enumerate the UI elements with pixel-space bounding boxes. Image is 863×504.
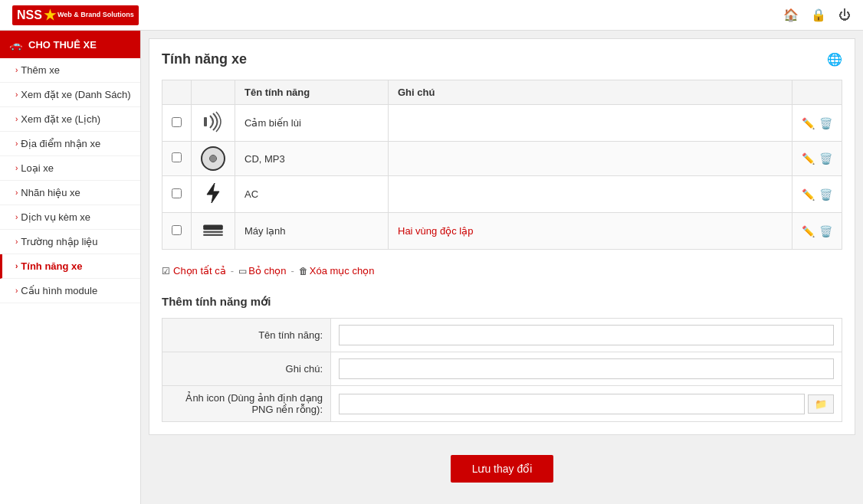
arrow-icon-0: › bbox=[15, 66, 18, 74]
page-title: Tính năng xe bbox=[162, 51, 247, 67]
row2-icon-cell bbox=[192, 142, 235, 176]
sidebar-label-9: Cấu hình module bbox=[21, 285, 97, 296]
row4-note: Hai vùng độc lập bbox=[389, 213, 792, 250]
row3-edit-icon[interactable]: ✏️ bbox=[802, 188, 815, 201]
form-icon-cell: 📁 bbox=[331, 386, 842, 422]
row2-name: CD, MP3 bbox=[235, 142, 389, 176]
row2-edit-icon[interactable]: ✏️ bbox=[802, 152, 815, 165]
checkbox-all-icon: ☑ bbox=[162, 266, 170, 277]
row3-name: AC bbox=[235, 176, 389, 213]
sidebar-item-them-xe[interactable]: › Thêm xe bbox=[0, 58, 140, 83]
logo-box: NSS ★ Web & Brand Solutions bbox=[12, 5, 139, 25]
power-icon[interactable]: ⏻ bbox=[838, 8, 851, 22]
ac-icon bbox=[201, 218, 225, 242]
row4-delete-icon[interactable]: 🗑️ bbox=[819, 225, 832, 237]
row4-edit-icon[interactable]: ✏️ bbox=[802, 225, 815, 237]
sidebar-item-loai-xe[interactable]: › Loại xe bbox=[0, 156, 140, 181]
sidebar-item-dia-diem[interactable]: › Địa điểm nhận xe bbox=[0, 132, 140, 156]
cd-icon bbox=[201, 146, 225, 171]
row1-actions: ✏️ 🗑️ bbox=[792, 105, 842, 142]
sidebar-item-nhan-hieu[interactable]: › Nhãn hiệu xe bbox=[0, 181, 140, 205]
page-title-row: Tính năng xe 🌐 bbox=[162, 51, 842, 67]
row1-edit-icon[interactable]: ✏️ bbox=[802, 117, 815, 129]
row2-delete-icon[interactable]: 🗑️ bbox=[819, 152, 832, 165]
col-checkbox bbox=[162, 80, 192, 105]
row1-checkbox[interactable] bbox=[172, 117, 182, 127]
feature-icon-input[interactable] bbox=[339, 394, 805, 414]
row3-checkbox[interactable] bbox=[172, 188, 182, 198]
delete-selected-icon: 🗑 bbox=[299, 266, 308, 277]
sidebar-item-dich-vu[interactable]: › Dịch vụ kèm xe bbox=[0, 205, 140, 230]
delete-selected-link[interactable]: Xóa mục chọn bbox=[310, 265, 375, 277]
deselect-link[interactable]: Bỏ chọn bbox=[248, 265, 286, 277]
content-area: Tính năng xe 🌐 Tên tính năng Ghi chú bbox=[149, 38, 855, 435]
form-icon-label: Ảnh icon (Dùng ảnh định dạng PNG nền rỗn… bbox=[162, 386, 331, 422]
table-row: Máy lạnh Hai vùng độc lập ✏️ 🗑️ bbox=[162, 213, 842, 250]
feature-note-input[interactable] bbox=[339, 358, 834, 379]
sidebar-item-xem-dat-xe-ds[interactable]: › Xem đặt xe (Danh Sách) bbox=[0, 83, 140, 107]
save-button[interactable]: Lưu thay đổi bbox=[451, 455, 554, 483]
save-area: Lưu thay đổi bbox=[141, 443, 863, 495]
logo-star: ★ bbox=[44, 7, 56, 24]
sidebar: 🚗 CHO THUÊ XE › Thêm xe › Xem đặt xe (Da… bbox=[0, 31, 141, 504]
arrow-icon-1: › bbox=[15, 90, 18, 99]
row1-name: Cảm biến lùi bbox=[235, 105, 389, 142]
svg-marker-1 bbox=[207, 183, 219, 203]
lock-icon[interactable]: 🔒 bbox=[811, 8, 826, 22]
arrow-icon-3: › bbox=[15, 139, 18, 148]
row1-checkbox-cell bbox=[162, 105, 192, 142]
table-row: CD, MP3 ✏️ 🗑️ bbox=[162, 142, 842, 176]
sidebar-item-xem-dat-xe-lich[interactable]: › Xem đặt xe (Lịch) bbox=[0, 107, 140, 132]
globe-icon[interactable]: 🌐 bbox=[827, 52, 842, 67]
row1-icon-cell bbox=[192, 105, 235, 142]
add-section-title: Thêm tính năng mới bbox=[162, 295, 842, 309]
col-name-header: Tên tính năng bbox=[235, 80, 389, 105]
arrow-icon-2: › bbox=[15, 115, 18, 123]
form-note-cell bbox=[331, 352, 842, 386]
row2-actions: ✏️ 🗑️ bbox=[792, 142, 842, 176]
row4-checkbox[interactable] bbox=[172, 225, 182, 235]
logo: NSS ★ Web & Brand Solutions bbox=[12, 5, 139, 25]
row2-checkbox[interactable] bbox=[172, 152, 182, 162]
top-header: NSS ★ Web & Brand Solutions 🏠 🔒 ⏻ bbox=[0, 0, 863, 31]
row1-note bbox=[389, 105, 792, 142]
sidebar-label-1: Xem đặt xe (Danh Sách) bbox=[21, 89, 130, 100]
sidebar-item-truong-nhap[interactable]: › Trường nhập liệu bbox=[0, 230, 140, 254]
row4-actions: ✏️ 🗑️ bbox=[792, 213, 842, 250]
row2-note bbox=[389, 142, 792, 176]
top-icons: 🏠 🔒 ⏻ bbox=[783, 8, 851, 22]
row3-delete-icon[interactable]: 🗑️ bbox=[819, 188, 832, 201]
arrow-icon-4: › bbox=[15, 164, 18, 172]
sidebar-item-tinh-nang[interactable]: › Tính năng xe bbox=[0, 254, 140, 279]
sidebar-label-2: Xem đặt xe (Lịch) bbox=[21, 113, 100, 125]
arrow-icon-5: › bbox=[15, 188, 18, 197]
layout: 🚗 CHO THUÊ XE › Thêm xe › Xem đặt xe (Da… bbox=[0, 31, 863, 504]
arrow-icon-7: › bbox=[15, 237, 18, 246]
svg-rect-3 bbox=[203, 231, 223, 233]
row1-delete-icon[interactable]: 🗑️ bbox=[819, 117, 832, 129]
row4-icon-cell bbox=[192, 213, 235, 250]
add-feature-form: Tên tính năng: Ghi chú: Ảnh icon (Dùng ả… bbox=[162, 318, 842, 422]
select-all-link[interactable]: Chọn tất cả bbox=[173, 265, 226, 277]
home-icon[interactable]: 🏠 bbox=[783, 8, 799, 22]
table-row: Cảm biến lùi ✏️ 🗑️ bbox=[162, 105, 842, 142]
col-note-header: Ghi chú bbox=[389, 80, 792, 105]
sep2: - bbox=[290, 265, 294, 277]
form-row-name: Tên tính năng: bbox=[162, 319, 842, 352]
browse-icon-button[interactable]: 📁 bbox=[808, 394, 834, 414]
sidebar-label-5: Nhãn hiệu xe bbox=[21, 187, 80, 198]
file-input-row: 📁 bbox=[339, 394, 834, 414]
form-row-icon: Ảnh icon (Dùng ảnh định dạng PNG nền rỗn… bbox=[162, 386, 842, 422]
form-name-label: Tên tính năng: bbox=[162, 319, 331, 352]
sidebar-label-3: Địa điểm nhận xe bbox=[21, 138, 100, 149]
feature-name-input[interactable] bbox=[339, 325, 834, 345]
sidebar-item-cau-hinh[interactable]: › Cấu hình module bbox=[0, 279, 140, 303]
col-action bbox=[792, 80, 842, 105]
table-row: AC ✏️ 🗑️ bbox=[162, 176, 842, 213]
deselect-icon: ▭ bbox=[238, 266, 247, 277]
sidebar-label-0: Thêm xe bbox=[21, 64, 60, 76]
features-table: Tên tính năng Ghi chú bbox=[162, 80, 842, 250]
lightning-icon bbox=[201, 181, 225, 205]
form-name-cell bbox=[331, 319, 842, 352]
col-icon bbox=[192, 80, 235, 105]
